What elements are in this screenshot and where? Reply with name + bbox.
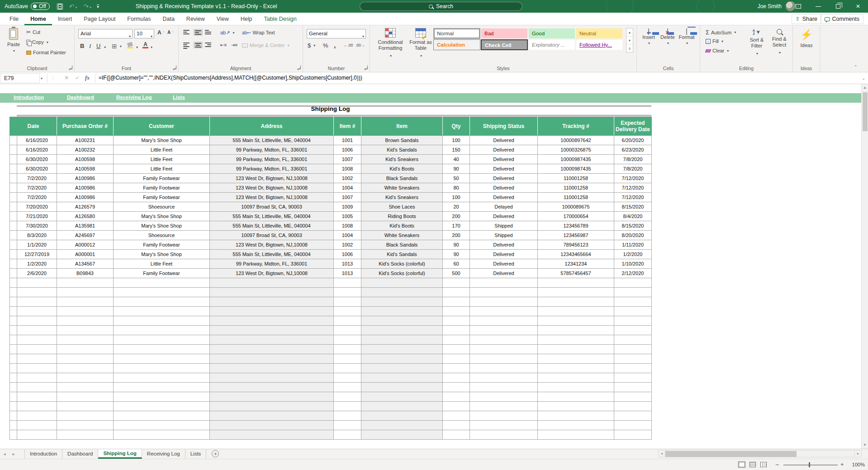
cell[interactable] [614, 345, 652, 354]
cell[interactable] [114, 278, 210, 288]
clear-button[interactable]: Clear▾ [706, 48, 729, 53]
cell[interactable]: 100 [443, 136, 470, 145]
cell[interactable]: 7/30/2020 [17, 221, 57, 231]
cell[interactable] [538, 326, 614, 335]
cell[interactable]: 110001258 [538, 183, 614, 193]
cell[interactable] [443, 316, 470, 326]
cell[interactable]: A126579 [57, 202, 114, 212]
cell[interactable]: Kid's Sandals [361, 250, 443, 259]
cell[interactable] [361, 288, 443, 297]
cell[interactable] [210, 392, 334, 402]
cell[interactable]: 1001 [334, 136, 361, 145]
cell[interactable] [470, 364, 538, 373]
font-family-select[interactable]: Arial▾ [78, 29, 133, 38]
cell[interactable] [470, 373, 538, 383]
cell[interactable]: 7/20/2020 [17, 202, 57, 212]
cell[interactable]: 1/1/2020 [17, 240, 57, 250]
sheet-nav-right-icon[interactable]: ▸ [9, 449, 18, 459]
font-color-button[interactable]: A [142, 42, 148, 48]
cell[interactable]: A245697 [57, 231, 114, 240]
cell[interactable]: 8/4/2020 [614, 212, 652, 221]
cell[interactable] [210, 326, 334, 335]
cell[interactable]: 123 West Dr, Bigtown, NJ,10008 [210, 193, 334, 202]
number-dialog-launcher-icon[interactable] [364, 66, 368, 69]
cell[interactable]: 90 [443, 164, 470, 174]
cell[interactable]: 99 Parkway, Midton, FL, 336001 [210, 145, 334, 155]
cell[interactable] [57, 411, 114, 421]
cell[interactable] [17, 316, 57, 326]
cell[interactable] [17, 278, 57, 288]
cell[interactable] [443, 288, 470, 297]
cell[interactable] [114, 364, 210, 373]
ribbon-tab-insert[interactable]: Insert [52, 13, 78, 25]
cell[interactable]: 7/12/2020 [614, 174, 652, 183]
cell[interactable] [361, 345, 443, 354]
formula-input[interactable]: =IF([@Customer]="","",INDEX(ShipCustomer… [99, 75, 362, 81]
cell[interactable] [361, 392, 443, 402]
cell[interactable] [361, 364, 443, 373]
cell[interactable]: Delivered [470, 269, 538, 278]
cell[interactable]: 123 West Dr, Bigtown, NJ,10008 [210, 183, 334, 193]
gutter-cell[interactable] [10, 269, 17, 278]
cell-style-followed-hy[interactable]: Followed Hy... [576, 39, 623, 50]
align-right-button[interactable] [205, 43, 211, 47]
cell[interactable] [334, 402, 361, 411]
cell[interactable] [17, 373, 57, 383]
cell[interactable] [210, 402, 334, 411]
cell[interactable] [538, 364, 614, 373]
gutter-cell[interactable] [10, 136, 17, 145]
increase-font-size-button[interactable]: Aˆ [157, 30, 164, 35]
cell[interactable]: 10097 Broad St, CA, 90003 [210, 202, 334, 212]
gutter-cell[interactable] [10, 155, 17, 164]
cell[interactable] [334, 373, 361, 383]
cell[interactable]: 7/2/2020 [17, 174, 57, 183]
cell[interactable] [614, 430, 652, 440]
cell[interactable] [17, 411, 57, 421]
cell[interactable]: 555 Main St, Littleville, ME, 040004 [210, 212, 334, 221]
ribbon-tab-view[interactable]: View [211, 13, 235, 25]
comments-button[interactable]: Comments [821, 14, 863, 24]
cell[interactable] [361, 383, 443, 392]
ribbon-tab-formulas[interactable]: Formulas [121, 13, 157, 25]
nav-link-lists[interactable]: Lists [173, 95, 185, 100]
cell[interactable]: 10000987435 [538, 155, 614, 164]
cell[interactable] [614, 297, 652, 307]
cell[interactable]: 555 Main St, Littleville, ME, 040004 [210, 221, 334, 231]
cell[interactable] [361, 402, 443, 411]
cell[interactable] [114, 316, 210, 326]
vertical-scrollbar[interactable]: ▲ ▼ [861, 84, 868, 449]
cell[interactable]: Kid's Sneakers [361, 193, 443, 202]
cell[interactable] [57, 297, 114, 307]
cell[interactable] [470, 326, 538, 335]
cell[interactable] [443, 345, 470, 354]
cell[interactable]: 789456123 [538, 240, 614, 250]
cell[interactable]: 6/16/2020 [17, 136, 57, 145]
cell[interactable]: Kid's Socks (colorful) [361, 269, 443, 278]
sheet-tab-dashboard[interactable]: Dashboard [62, 449, 98, 459]
minimize-button[interactable]: — [808, 0, 828, 13]
cell[interactable] [210, 288, 334, 297]
cell[interactable] [470, 316, 538, 326]
gutter-cell[interactable] [10, 145, 17, 155]
cell[interactable]: Shoesource [114, 231, 210, 240]
cell[interactable] [614, 421, 652, 430]
cell[interactable] [114, 335, 210, 345]
cell[interactable] [470, 335, 538, 345]
format-as-table-button[interactable]: Format as Table▾ [408, 28, 433, 59]
cell[interactable] [210, 383, 334, 392]
name-box[interactable]: E79 [0, 73, 40, 83]
cell[interactable]: 1013 [334, 259, 361, 269]
autosum-button[interactable]: ΣAutoSum▾ [706, 29, 736, 36]
cell[interactable] [17, 297, 57, 307]
cell[interactable] [538, 288, 614, 297]
cell[interactable]: 1002 [334, 240, 361, 250]
cell[interactable]: A134567 [57, 259, 114, 269]
cell-style-explanatory[interactable]: Explanatory ... [528, 39, 575, 50]
cell[interactable]: Delivered [470, 212, 538, 221]
cell[interactable] [443, 383, 470, 392]
cell[interactable]: 1/10/2020 [614, 259, 652, 269]
cell[interactable]: Shoe Laces [361, 202, 443, 212]
cell[interactable]: 1/11/2020 [614, 240, 652, 250]
cell[interactable]: A100986 [57, 183, 114, 193]
enter-formula-icon[interactable]: ✓ [75, 75, 80, 81]
